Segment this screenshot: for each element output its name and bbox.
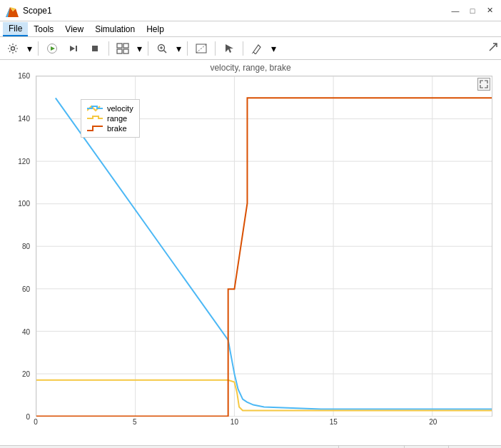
legend-velocity: velocity bbox=[87, 104, 133, 113]
svg-marker-19 bbox=[226, 44, 233, 53]
menu-view[interactable]: View bbox=[59, 23, 89, 36]
svg-marker-5 bbox=[51, 46, 55, 51]
menu-file[interactable]: File bbox=[3, 22, 28, 36]
step-forward-button[interactable] bbox=[64, 39, 84, 58]
annotate-dropdown[interactable]: ▾ bbox=[268, 39, 278, 58]
sep4 bbox=[187, 41, 188, 56]
svg-line-20 bbox=[252, 52, 253, 54]
toolbar: ▾ ▾ ▾ ▾ bbox=[0, 37, 501, 60]
y-axis: 160 140 120 100 80 60 40 20 0 bbox=[0, 76, 34, 417]
svg-rect-11 bbox=[117, 49, 122, 54]
sep5 bbox=[215, 41, 216, 56]
status-bar: Ready Sample based Offset=0 T=23.750 bbox=[0, 445, 501, 448]
run-model-button[interactable] bbox=[42, 39, 62, 58]
sep2 bbox=[108, 41, 109, 56]
plot-title: velocity, range, brake bbox=[0, 60, 501, 74]
close-button[interactable]: ✕ bbox=[484, 5, 495, 16]
svg-line-18 bbox=[196, 44, 206, 53]
svg-marker-6 bbox=[70, 46, 75, 51]
window-controls: — □ ✕ bbox=[450, 5, 495, 16]
x-label-15: 15 bbox=[330, 418, 338, 426]
matlab-logo bbox=[6, 4, 19, 17]
x-label-0: 0 bbox=[34, 418, 38, 426]
annotate-button[interactable] bbox=[247, 39, 267, 58]
y-label-0: 0 bbox=[26, 413, 30, 421]
y-label-40: 40 bbox=[22, 327, 30, 335]
y-label-80: 80 bbox=[22, 243, 30, 250]
title-bar-left: Scope1 bbox=[6, 4, 52, 17]
arrow-indicator bbox=[488, 42, 498, 54]
cursor-button[interactable] bbox=[219, 39, 239, 58]
svg-rect-10 bbox=[123, 44, 128, 48]
svg-rect-12 bbox=[123, 49, 128, 54]
window-title: Scope1 bbox=[23, 6, 52, 16]
svg-rect-8 bbox=[92, 46, 98, 51]
legend-range: range bbox=[87, 114, 133, 123]
zoom-dropdown[interactable]: ▾ bbox=[173, 39, 183, 58]
svg-line-14 bbox=[164, 50, 167, 53]
layout-button[interactable] bbox=[113, 39, 133, 58]
x-label-20: 20 bbox=[429, 418, 437, 426]
zoom-button[interactable] bbox=[152, 39, 172, 58]
sep1 bbox=[38, 41, 39, 56]
title-bar: Scope1 — □ ✕ bbox=[0, 0, 501, 21]
y-label-100: 100 bbox=[18, 200, 30, 208]
menu-tools[interactable]: Tools bbox=[28, 23, 59, 36]
menu-simulation[interactable]: Simulation bbox=[89, 23, 141, 36]
legend-brake: brake bbox=[87, 124, 133, 133]
maximize-button[interactable]: □ bbox=[467, 5, 478, 16]
y-label-160: 160 bbox=[18, 72, 30, 80]
svg-rect-9 bbox=[117, 44, 122, 48]
legend: velocity range brake bbox=[81, 99, 140, 138]
sep6 bbox=[243, 41, 243, 56]
minimize-button[interactable]: — bbox=[450, 5, 461, 16]
y-label-20: 20 bbox=[22, 370, 30, 378]
y-label-120: 120 bbox=[18, 157, 30, 165]
plot-container: velocity, range, brake 160 140 120 100 8… bbox=[0, 60, 501, 445]
sep3 bbox=[148, 41, 148, 56]
layout-dropdown[interactable]: ▾ bbox=[134, 39, 144, 58]
axes-button[interactable] bbox=[191, 39, 211, 58]
svg-point-3 bbox=[11, 46, 15, 50]
svg-rect-7 bbox=[76, 46, 77, 51]
y-label-140: 140 bbox=[18, 114, 30, 122]
legend-brake-label: brake bbox=[107, 124, 127, 133]
settings-button[interactable] bbox=[3, 39, 23, 58]
x-label-5: 5 bbox=[133, 418, 137, 426]
x-label-10: 10 bbox=[231, 418, 238, 426]
settings-dropdown[interactable]: ▾ bbox=[24, 39, 34, 58]
stop-button[interactable] bbox=[85, 39, 105, 58]
menu-help[interactable]: Help bbox=[141, 23, 170, 36]
legend-range-label: range bbox=[107, 114, 127, 123]
plot-area[interactable]: velocity range brake bbox=[36, 76, 492, 417]
x-axis: 0 5 10 15 20 bbox=[36, 417, 492, 442]
menu-bar: File Tools View Simulation Help bbox=[0, 21, 501, 37]
y-label-60: 60 bbox=[22, 285, 30, 292]
expand-button[interactable] bbox=[477, 78, 490, 91]
legend-velocity-label: velocity bbox=[107, 104, 133, 113]
